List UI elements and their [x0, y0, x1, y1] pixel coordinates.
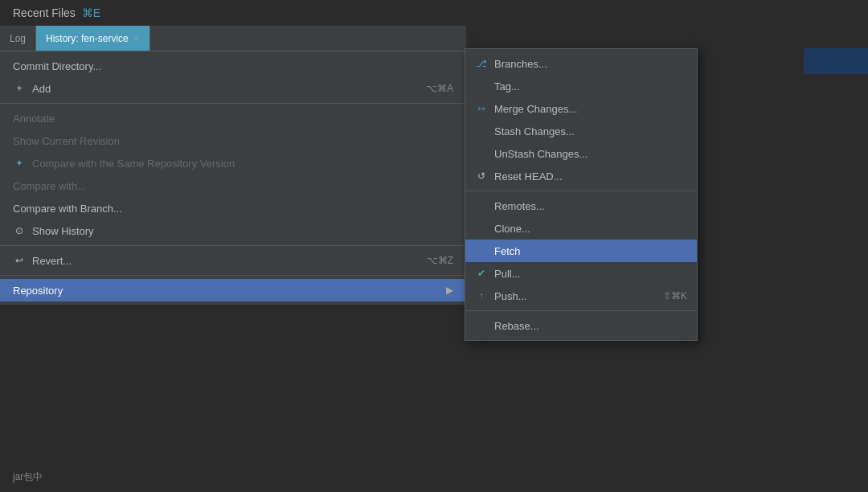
pull-icon: ✔	[475, 268, 488, 279]
tab-log-label: Log	[10, 33, 26, 44]
add-prefix-icon: +	[13, 83, 26, 94]
recent-files-title: Recent Files	[13, 6, 76, 19]
reset-head-label: Reset HEAD...	[494, 170, 563, 182]
menu-separator-1	[0, 103, 466, 104]
add-label: Add	[32, 83, 51, 95]
revert-icon: ↩	[13, 255, 26, 266]
submenu-item-reset-head[interactable]: ↺ Reset HEAD...	[465, 165, 697, 187]
compare-branch-label: Compare with Branch...	[13, 203, 122, 215]
menu-item-compare-same-repo: ✦ Compare with the Same Repository Versi…	[0, 152, 466, 174]
branches-label: Branches...	[494, 58, 547, 70]
show-current-revision-label: Show Current Revision	[13, 135, 120, 147]
dark-highlight-area	[804, 48, 868, 74]
tab-log[interactable]: Log	[0, 26, 36, 51]
submenu-item-stash-changes[interactable]: Stash Changes...	[465, 120, 697, 142]
clone-label: Clone...	[494, 223, 530, 235]
menu-item-commit-directory[interactable]: Commit Directory...	[0, 55, 466, 77]
rebase-label: Rebase...	[494, 320, 539, 332]
menu-item-annotate: Annotate	[0, 107, 466, 129]
revert-shortcut: ⌥⌘Z	[427, 255, 453, 266]
fetch-label: Fetch	[494, 245, 521, 257]
tab-bar: Log History: fen-service ✕	[0, 26, 466, 51]
menu-item-compare-with: Compare with...	[0, 174, 466, 197]
merge-changes-icon: ⇿	[475, 103, 488, 114]
submenu-item-fetch[interactable]: Fetch	[465, 240, 697, 262]
compare-with-label: Compare with...	[13, 180, 86, 192]
submenu-item-branches[interactable]: ⎇ Branches...	[465, 52, 697, 75]
repository-arrow-icon: ▶	[446, 285, 453, 296]
submenu-item-clone[interactable]: Clone...	[465, 217, 697, 240]
merge-changes-label: Merge Changes...	[494, 103, 577, 115]
repository-submenu: ⎇ Branches... Tag... ⇿ Merge Changes... …	[465, 48, 698, 341]
stash-changes-label: Stash Changes...	[494, 125, 575, 137]
tab-history-label: History: fen-service	[46, 33, 129, 44]
commit-directory-label: Commit Directory...	[13, 60, 101, 72]
recent-files-shortcut: ⌘E	[82, 6, 100, 19]
submenu-item-tag[interactable]: Tag...	[465, 75, 697, 97]
push-label: Push...	[494, 290, 526, 302]
submenu-separator-1	[465, 191, 697, 191]
branches-icon: ⎇	[475, 58, 488, 69]
menu-item-show-current-revision: Show Current Revision	[0, 129, 466, 152]
menu-item-repository[interactable]: Repository ▶	[0, 279, 466, 301]
tab-close-icon[interactable]: ✕	[133, 34, 140, 43]
compare-same-repo-icon: ✦	[13, 158, 26, 169]
revert-label: Revert...	[32, 255, 72, 267]
tag-label: Tag...	[494, 80, 520, 92]
unstash-changes-label: UnStash Changes...	[494, 148, 588, 160]
submenu-item-unstash-changes[interactable]: UnStash Changes...	[465, 142, 697, 165]
menu-item-show-history[interactable]: ⊙ Show History	[0, 219, 466, 242]
add-shortcut: ⌥⌘A	[426, 83, 453, 94]
show-history-label: Show History	[32, 225, 94, 237]
bottom-status-text: jar包中	[13, 471, 43, 482]
remotes-label: Remotes...	[494, 200, 545, 212]
submenu-item-push[interactable]: ↑ Push... ⇧⌘K	[465, 285, 697, 307]
compare-same-repo-label: Compare with the Same Repository Version	[32, 158, 235, 170]
main-menu: Commit Directory... + Add ⌥⌘A Annotate S…	[0, 51, 466, 305]
menu-item-compare-branch[interactable]: Compare with Branch...	[0, 197, 466, 219]
submenu-item-merge-changes[interactable]: ⇿ Merge Changes...	[465, 97, 697, 120]
submenu-separator-2	[465, 310, 697, 311]
bottom-text: jar包中	[13, 470, 43, 484]
pull-label: Pull...	[494, 268, 521, 280]
submenu-item-rebase[interactable]: Rebase...	[465, 314, 697, 337]
top-bar: Recent Files ⌘E	[0, 0, 466, 26]
repository-label: Repository	[13, 285, 63, 297]
annotate-label: Annotate	[13, 113, 55, 125]
tab-history[interactable]: History: fen-service ✕	[36, 26, 150, 51]
menu-item-revert[interactable]: ↩ Revert... ⌥⌘Z	[0, 249, 466, 272]
menu-separator-3	[0, 275, 466, 276]
submenu-item-pull[interactable]: ✔ Pull...	[465, 262, 697, 285]
menu-separator-2	[0, 245, 466, 246]
push-icon: ↑	[475, 290, 488, 301]
menu-item-add[interactable]: + Add ⌥⌘A	[0, 77, 466, 100]
show-history-icon: ⊙	[13, 225, 26, 236]
push-shortcut: ⇧⌘K	[663, 290, 687, 301]
submenu-item-remotes[interactable]: Remotes...	[465, 195, 697, 217]
reset-head-icon: ↺	[475, 170, 488, 182]
